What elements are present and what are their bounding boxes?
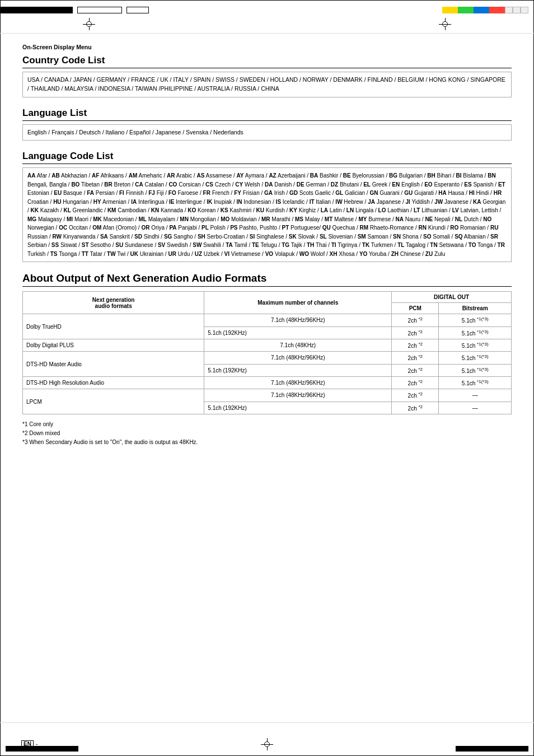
table-row: DTS-HD High Resolution Audio 7.1ch (48KH… (23, 376, 512, 389)
bitstream-3: 5.1ch *1(*3) (439, 339, 512, 351)
crosshair-top-right (439, 18, 451, 30)
col-pcm-header: PCM (392, 303, 439, 314)
page-wrapper: On-Screen Display Menu Country Code List… (0, 0, 534, 756)
col-bitstream-header: Bitstream (439, 303, 512, 314)
color-white1 (505, 7, 513, 13)
bitstream-8: — (439, 402, 512, 414)
format-dolby-digital-plus: Dolby Digital PLUS (23, 339, 204, 351)
pcm-6: 2ch *2 (392, 376, 439, 389)
outline-strip-1 (77, 7, 122, 13)
bitstream-4: 5.1ch *1(*3) (439, 352, 512, 364)
bitstream-2: 5.1ch *1(*3) (439, 326, 512, 339)
color-white3 (521, 7, 528, 13)
channels-7: 7.1ch (48KHz/96KHz) (204, 389, 392, 402)
language-code-box: AA Afar / AB Abkhazian / AF Afrikaans / … (22, 167, 512, 262)
col-channels-header: Maximum number of channels (204, 292, 392, 314)
color-red (489, 7, 505, 13)
gap1 (73, 7, 77, 13)
footnote-3: *3 When Secondary Audio is set to "On", … (22, 438, 512, 447)
section-label: On-Screen Display Menu (22, 44, 512, 50)
format-dts-hd-hires: DTS-HD High Resolution Audio (23, 376, 204, 389)
bottom-bar (6, 746, 528, 752)
flex-space (149, 7, 442, 13)
table-row: Dolby TrueHD 7.1ch (48KHz/96KHz) 2ch *2 … (23, 314, 512, 326)
audio-formats-title: About Output of Next Generation Audio Fo… (22, 272, 512, 287)
bitstream-7: — (439, 389, 512, 402)
pcm-4: 2ch *2 (392, 352, 439, 364)
black-strip-left (0, 7, 73, 13)
top-bar (0, 7, 534, 13)
gap2 (122, 7, 127, 13)
col-format-header: Next generationaudio formats (23, 292, 204, 314)
color-green (458, 7, 474, 13)
format-dts-hd-master: DTS-HD Master Audio (23, 352, 204, 377)
bitstream-6: 5.1ch *1(*3) (439, 376, 512, 389)
channels-5: 5.1ch (192KHz) (204, 364, 392, 376)
top-header-region (0, 0, 534, 34)
channels-2: 5.1ch (192KHz) (204, 326, 392, 339)
audio-table: Next generationaudio formats Maximum num… (22, 291, 512, 414)
country-code-title: Country Code List (22, 55, 512, 68)
table-row: DTS-HD Master Audio 7.1ch (48KHz/96KHz) … (23, 352, 512, 364)
channels-4: 7.1ch (48KHz/96KHz) (204, 352, 392, 364)
main-content: On-Screen Display Menu Country Code List… (0, 34, 534, 458)
color-blue (474, 7, 489, 13)
table-row: Dolby Digital PLUS 7.1ch (48KHz) 2ch *2 … (23, 339, 512, 351)
footnotes: *1 Core only *2 Down mixed *3 When Secon… (22, 420, 512, 447)
color-white2 (513, 7, 521, 13)
col-digital-out-header: DIGITAL OUT (392, 292, 512, 303)
pcm-3: 2ch *2 (392, 339, 439, 351)
outline-strip-2 (127, 7, 149, 13)
pcm-2: 2ch *2 (392, 326, 439, 339)
bottom-flex (78, 746, 456, 752)
bitstream-1: 5.1ch *1(*3) (439, 314, 512, 326)
pcm-1: 2ch *2 (392, 314, 439, 326)
format-dolby-truehd: Dolby TrueHD (23, 314, 204, 339)
pcm-5: 2ch *2 (392, 364, 439, 376)
channels-6: 7.1ch (48KHz/96KHz) (204, 376, 392, 389)
bottom-black-left (6, 746, 78, 752)
bottom-footer: EN - (0, 722, 534, 756)
pcm-8: 2ch *2 (392, 402, 439, 414)
footnote-1: *1 Core only (22, 420, 512, 429)
channels-3: 7.1ch (48KHz) (204, 339, 392, 351)
language-code-title: Language Code List (22, 151, 512, 164)
bottom-black-right (456, 746, 528, 752)
language-list-box: English / Français / Deutsch / Italiano … (22, 124, 512, 141)
table-row: LPCM 7.1ch (48KHz/96KHz) 2ch *2 — (23, 389, 512, 402)
channels-1: 7.1ch (48KHz/96KHz) (204, 314, 392, 326)
language-list-title: Language List (22, 108, 512, 121)
channels-8: 5.1ch (192KHz) (204, 402, 392, 414)
footnote-2: *2 Down mixed (22, 429, 512, 438)
color-yellow (442, 7, 458, 13)
lang-code-content: AA Afar / AB Abkhazian / AF Afrikaans / … (27, 172, 505, 257)
pcm-7: 2ch *2 (392, 389, 439, 402)
country-code-box: USA / CANADA / JAPAN / GERMANY / FRANCE … (22, 72, 512, 97)
crosshair-top-left (83, 18, 95, 30)
format-lpcm: LPCM (23, 389, 204, 414)
bitstream-5: 5.1ch *1(*3) (439, 364, 512, 376)
